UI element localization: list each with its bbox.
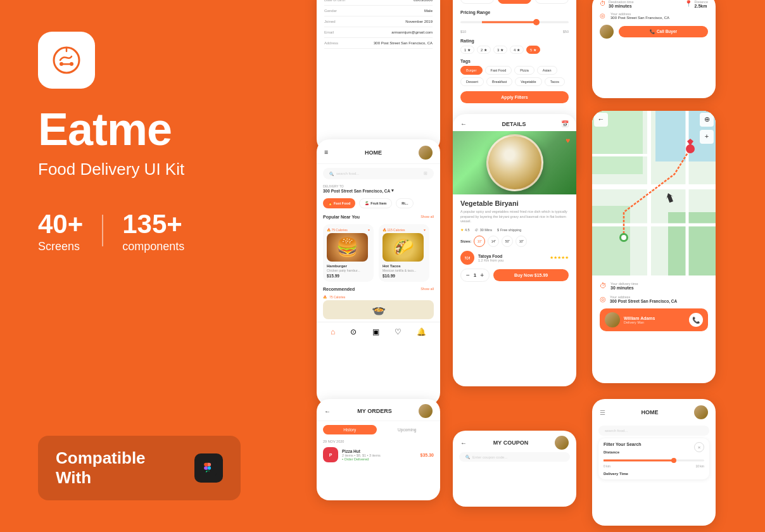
star-5[interactable]: 5 ★ (526, 46, 540, 54)
phone-coupon: ← MY COUPON 🔍 Enter coupon code... (453, 431, 576, 507)
size-14[interactable]: 14" (488, 236, 499, 247)
home-search[interactable]: 🔍 search food... ⊞ (323, 168, 434, 179)
filter-icon[interactable]: ⊞ (424, 171, 427, 176)
tag-asian[interactable]: Asian (537, 66, 557, 75)
favorite-icon[interactable]: ♥ (566, 136, 570, 145)
upcoming-tab[interactable]: Upcoming (381, 425, 434, 434)
tag-tacos[interactable]: Tacos (545, 77, 565, 86)
size-10-1[interactable]: 10" (474, 236, 485, 247)
nav-calendar-icon[interactable]: ▣ (372, 327, 379, 336)
back-icon[interactable]: ← (460, 120, 467, 127)
food-detail-desc: A popular spicy and vegetables mixed fri… (460, 210, 569, 224)
tag-dessert[interactable]: Dessert (460, 77, 484, 86)
phone-map: ← ⊕ + ⏱ Your delivery time 30 minutes ◎ … (592, 111, 716, 383)
coupon-avatar (555, 436, 569, 450)
compatible-text: Compatible With (56, 448, 184, 488)
home-header: ☰ HOME (317, 139, 440, 164)
order-items-count: 2 items • $8, $1 • 3 items (342, 453, 381, 457)
search-coupon-icon: 🔍 (465, 455, 470, 459)
tag-burger[interactable]: Burger (460, 66, 483, 75)
star-3[interactable]: 3 ★ (493, 46, 507, 54)
filter-close-button[interactable]: × (694, 442, 704, 452)
joined-value: November 2019 (405, 20, 433, 23)
decrease-qty-button[interactable]: − (466, 272, 470, 279)
profile-row-gender: Gender Male (324, 6, 433, 16)
buy-now-button[interactable]: Buy Now $15.99 (493, 269, 569, 281)
food-detail-name: Vegetable Biryani (460, 200, 569, 207)
call-buyer-button[interactable]: 📞 Call Buyer (619, 26, 708, 37)
compatible-box[interactable]: Compatible With (38, 436, 241, 500)
pricing-label: Pricing Range (460, 10, 569, 15)
orders-header: ← MY ORDERS (317, 399, 440, 421)
tag-vegetable[interactable]: Vegetable (515, 77, 541, 86)
phone-delivery: ⏱ Destination time 30 minutes 📍 Distance… (592, 0, 716, 98)
category-fast-food[interactable]: 🔥 Fast Food (323, 198, 355, 208)
tag-pizza[interactable]: Pizza (514, 66, 534, 75)
star-1[interactable]: 1 ★ (460, 46, 474, 54)
details-body: Vegetable Biryani A popular spicy and ve… (453, 194, 576, 287)
star-4[interactable]: 4 ★ (510, 46, 524, 54)
order-date: 29 NOV 2020 (317, 438, 440, 445)
driver-call-button[interactable]: 📞 (689, 313, 703, 327)
time-10min[interactable]: 10 Mins (460, 0, 494, 4)
tacos-desc: Mexican tortilla & taco... (382, 269, 426, 272)
size-50[interactable]: 50" (502, 236, 513, 247)
coupon-title: MY COUPON (467, 440, 555, 446)
order-item: P Pizza Hut 2 items • $8, $1 • 3 items •… (317, 445, 440, 465)
categories-row: 🔥 Fast Food 🍒 Fruit Item Ri... (317, 194, 440, 212)
svg-point-17 (621, 235, 626, 240)
category-more[interactable]: Ri... (396, 198, 414, 208)
tag-breakfast[interactable]: Breakfast (486, 77, 512, 86)
map-delivery-time: ⏱ Your delivery time 30 minutes (600, 282, 708, 290)
coupon-header: ← MY COUPON (453, 431, 576, 452)
nav-search-icon[interactable]: ⊙ (350, 327, 357, 336)
home2-search[interactable]: search food... (598, 426, 709, 436)
food-card-tacos[interactable]: 🔥 115 Calories ♥ 🌮 Hot Tacos Mexican tor… (379, 224, 429, 282)
back-coupon-icon[interactable]: ← (460, 440, 467, 446)
show-all-recommended[interactable]: Show all (420, 287, 434, 291)
category-fruit[interactable]: 🍒 Fruit Item (359, 198, 392, 208)
email-value: armannijum@gmail.com (391, 30, 433, 34)
nav-bell-icon[interactable]: 🔔 (417, 327, 426, 336)
map-clock-icon: ⏱ (600, 282, 607, 289)
tag-fastfood[interactable]: Fast Food (485, 66, 512, 75)
sizes-label: Sizes: (460, 239, 471, 243)
driver-row: William Adams Delivery Man 📞 (600, 308, 708, 331)
calendar-icon[interactable]: 📅 (561, 120, 569, 127)
star-2[interactable]: 2 ★ (477, 46, 491, 54)
food-card-hamburger[interactable]: 🔥 75 Calories ♥ 🍔 Hamburger Chicken patt… (323, 224, 374, 282)
price-range-slider[interactable] (460, 17, 569, 27)
right-area: Date of Birth 03/03/2000 Gender Male Joi… (291, 0, 765, 532)
menu2-icon[interactable]: ☰ (600, 409, 605, 416)
apply-filters-button[interactable]: Apply Filters (460, 91, 569, 103)
range-thumb-right[interactable] (671, 458, 676, 463)
time-30min[interactable]: 30 Mins (535, 0, 569, 4)
profile-row-joined: Joined November 2019 (324, 16, 433, 27)
coupon-search[interactable]: 🔍 Enter coupon code... (459, 452, 570, 462)
svg-point-18 (686, 144, 695, 153)
back-orders-icon[interactable]: ← (324, 408, 331, 415)
chevron-down-icon[interactable]: ▾ (391, 188, 394, 193)
nav-heart-icon[interactable]: ♡ (395, 327, 401, 336)
map-view[interactable]: ← ⊕ + (592, 111, 716, 276)
tags-row: Burger Fast Food Pizza Asian Dessert Bre… (460, 66, 569, 86)
hamburger-price: $15.99 (327, 274, 370, 278)
tacos-name: Hot Tacos (382, 264, 426, 268)
delivery-action-row: 📞 Call Buyer (600, 25, 708, 39)
profile-row-dob: Date of Birth 03/03/2000 (324, 0, 433, 6)
map-address-row: ◎ Your address 300 Post Street San Franc… (600, 295, 708, 303)
history-tab[interactable]: History (323, 425, 377, 434)
profile-row-address: Address 300 Post Street San Francisco, C… (324, 38, 433, 49)
increase-qty-button[interactable]: + (480, 272, 484, 279)
time-options-row: 10 Mins 20 Mins 30 Mins (460, 0, 569, 4)
time-20min[interactable]: 20 Mins (498, 0, 531, 4)
filter-card-title: Filter Your Search (604, 442, 704, 446)
restaurant-dist: 1.2 Km from you (478, 258, 503, 262)
delivery-address: 300 Post Street San Francisco, CA (323, 189, 390, 193)
nav-home-icon[interactable]: ⌂ (331, 327, 335, 336)
dist-min-label: 0 km (604, 464, 610, 468)
show-all-popular[interactable]: Show all (420, 215, 434, 219)
left-panel: Eatme Food Delivery UI Kit 40+ Screens 1… (0, 0, 291, 532)
distance-range-slider[interactable] (604, 457, 704, 464)
size-10-2[interactable]: 10" (515, 236, 527, 247)
